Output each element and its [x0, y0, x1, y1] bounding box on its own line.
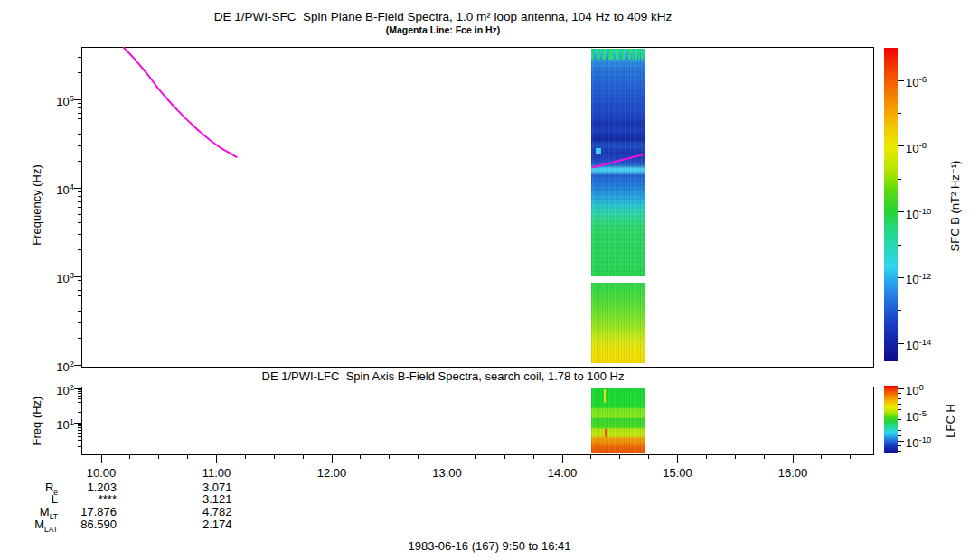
p1-y-tick-label: 103	[34, 268, 74, 285]
sfc-spectrogram-panel	[81, 47, 874, 368]
cb2-tick-label: 10-5	[906, 406, 927, 424]
ephemeris-row-label: Re	[0, 481, 58, 497]
panel1-y-axis-label: Frequency (Hz)	[30, 164, 43, 246]
ephemeris-row-label: MLAT	[0, 518, 58, 534]
ephemeris-value: 4.782	[160, 505, 232, 518]
figure-canvas: DE 1/PWI-SFC Spin Plane B-Field Spectra,…	[0, 0, 979, 560]
sfc-burst-lower-band	[591, 283, 645, 363]
x-tick-label: 15:00	[657, 466, 699, 480]
sfc-colorbar	[884, 48, 898, 361]
cb1-tick-label: 10-8	[906, 138, 927, 155]
sfc-colorbar-label: SFC B (nT² Hz⁻¹)	[948, 161, 962, 252]
footer-date-range: 1983-06-16 (167) 9:50 to 16:41	[0, 539, 979, 553]
x-tick-label: 11:00	[196, 466, 238, 480]
ephemeris-value: 17.876	[44, 505, 117, 518]
panel2-y-axis-label: Freq (Hz)	[30, 397, 43, 446]
p1-y-tick-label: 105	[34, 91, 74, 108]
cb1-tick-label: 10-10	[906, 204, 931, 221]
cb2-tick-label: 10-10	[906, 433, 931, 450]
ephemeris-value: 3.121	[160, 492, 232, 506]
ephemeris-value: ****	[44, 492, 117, 506]
lfc-burst-band	[591, 388, 645, 453]
x-tick-label: 10:00	[80, 466, 122, 480]
lfc-colorbar	[884, 386, 898, 453]
x-tick-label: 16:00	[772, 466, 814, 480]
ephemeris-row-label: MLT	[0, 505, 58, 521]
x-tick-label: 12:00	[311, 466, 353, 480]
cb1-tick-label: 10-6	[906, 72, 927, 89]
ephemeris-value: 1.203	[44, 481, 117, 494]
figure-subtitle: (Magenta Line: Fce in Hz)	[0, 24, 886, 35]
lfc-spectrogram-panel	[81, 387, 874, 455]
ephemeris-row-label: L	[0, 492, 58, 506]
sfc-burst-top-noise	[591, 49, 645, 60]
x-tick-label: 13:00	[427, 466, 468, 480]
x-tick-label: 14:00	[541, 466, 583, 480]
sfc-burst-upper-band	[591, 49, 645, 276]
cb1-tick-label: 10-14	[906, 335, 931, 352]
panel1-title: DE 1/PWI-SFC Spin Plane B-Field Spectra,…	[0, 10, 886, 23]
ephemeris-value: 3.071	[160, 481, 232, 494]
cb2-tick-label: 100	[906, 380, 924, 397]
ephemeris-value: 86.590	[44, 518, 117, 531]
ephemeris-value: 2.174	[160, 518, 232, 531]
cb1-tick-label: 10-12	[906, 269, 931, 286]
lfc-colorbar-label: LFC H	[944, 404, 957, 438]
panel2-title: DE 1/PWI-LFC Spin Axis B-Field Spectra, …	[0, 369, 886, 383]
